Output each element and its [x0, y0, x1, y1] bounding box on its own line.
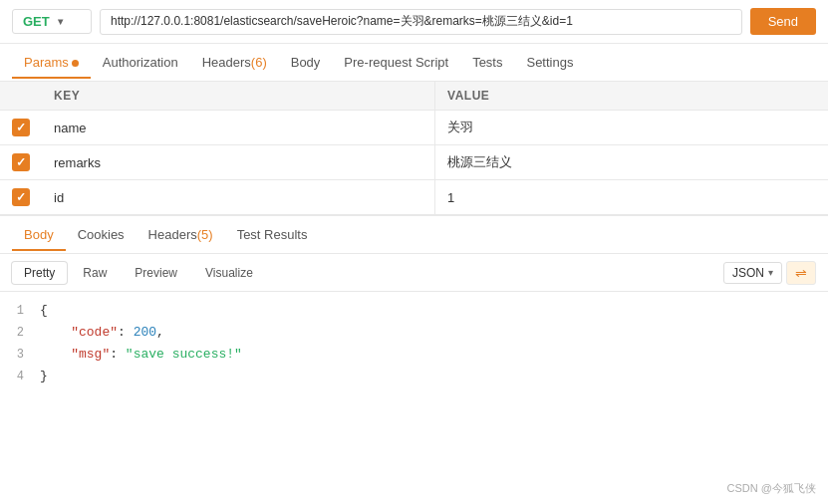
chevron-down-icon: ▾	[768, 267, 773, 278]
tab-settings[interactable]: Settings	[514, 47, 585, 78]
line-number: 4	[0, 367, 40, 386]
wrap-button[interactable]: ⇌	[786, 261, 816, 285]
format-raw-button[interactable]: Raw	[71, 262, 119, 284]
top-bar: GET ▾ Send	[0, 0, 828, 44]
row-value: 桃源三结义	[435, 145, 828, 180]
tab-headers[interactable]: Headers(6)	[190, 47, 279, 78]
format-pretty-button[interactable]: Pretty	[12, 262, 67, 284]
row-key: id	[42, 180, 435, 215]
tab-params[interactable]: Params	[12, 47, 91, 78]
table-row: name 关羽	[0, 111, 828, 145]
format-type-select[interactable]: JSON ▾	[723, 262, 782, 284]
line-content: "msg": "save success!"	[40, 344, 242, 366]
response-tab-headers[interactable]: Headers(5)	[137, 219, 225, 250]
line-content: "code": 200,	[40, 322, 164, 344]
code-area: 1 { 2 "code": 200, 3 "msg": "save succes…	[0, 292, 828, 395]
response-section: Body Cookies Headers(5) Test Results Pre…	[0, 215, 828, 395]
col-checkbox	[0, 82, 42, 111]
line-content: {	[40, 300, 48, 322]
col-key-header: KEY	[42, 82, 435, 111]
response-tab-test-results[interactable]: Test Results	[225, 219, 320, 250]
format-visualize-button[interactable]: Visualize	[193, 262, 265, 284]
checkbox-icon[interactable]	[12, 119, 30, 136]
col-value-header: VALUE	[435, 82, 828, 111]
wrap-icon: ⇌	[795, 265, 807, 281]
params-table: KEY VALUE name 关羽 remarks 桃源三结义 id 1	[0, 82, 828, 215]
checkbox-icon[interactable]	[12, 153, 30, 171]
code-line: 2 "code": 200,	[0, 322, 828, 344]
watermark: CSDN @今狐飞侠	[727, 481, 816, 496]
line-number: 2	[0, 323, 40, 343]
row-key: remarks	[42, 145, 435, 180]
row-value: 1	[435, 180, 828, 215]
table-row: remarks 桃源三结义	[0, 145, 828, 180]
chevron-down-icon: ▾	[58, 16, 63, 27]
format-toolbar: Pretty Raw Preview Visualize JSON ▾ ⇌	[0, 254, 828, 292]
tab-body[interactable]: Body	[279, 47, 333, 78]
params-section: KEY VALUE name 关羽 remarks 桃源三结义 id 1	[0, 82, 828, 215]
row-checkbox-cell[interactable]	[0, 111, 42, 145]
method-label: GET	[23, 14, 50, 29]
line-number: 1	[0, 301, 40, 321]
response-tabs-row: Body Cookies Headers(5) Test Results	[0, 216, 828, 254]
method-select[interactable]: GET ▾	[12, 9, 92, 34]
tab-tests[interactable]: Tests	[460, 47, 514, 78]
tab-authorization[interactable]: Authorization	[91, 47, 190, 78]
checkbox-icon[interactable]	[12, 188, 30, 206]
url-input[interactable]	[100, 9, 742, 35]
code-line: 1 {	[0, 300, 828, 322]
send-button[interactable]: Send	[750, 8, 816, 35]
table-row: id 1	[0, 180, 828, 215]
format-preview-button[interactable]: Preview	[123, 262, 189, 284]
row-checkbox-cell[interactable]	[0, 145, 42, 180]
response-tab-cookies[interactable]: Cookies	[66, 219, 137, 250]
params-dot	[72, 60, 79, 67]
response-tab-body[interactable]: Body	[12, 219, 66, 250]
line-number: 3	[0, 345, 40, 365]
format-type-label: JSON	[732, 266, 764, 280]
line-content: }	[40, 366, 48, 387]
row-value: 关羽	[435, 111, 828, 145]
row-key: name	[42, 111, 435, 145]
tab-pre-request[interactable]: Pre-request Script	[332, 47, 460, 78]
row-checkbox-cell[interactable]	[0, 180, 42, 215]
code-line: 3 "msg": "save success!"	[0, 344, 828, 366]
request-tabs-row: Params Authorization Headers(6) Body Pre…	[0, 44, 828, 82]
code-line: 4 }	[0, 366, 828, 387]
